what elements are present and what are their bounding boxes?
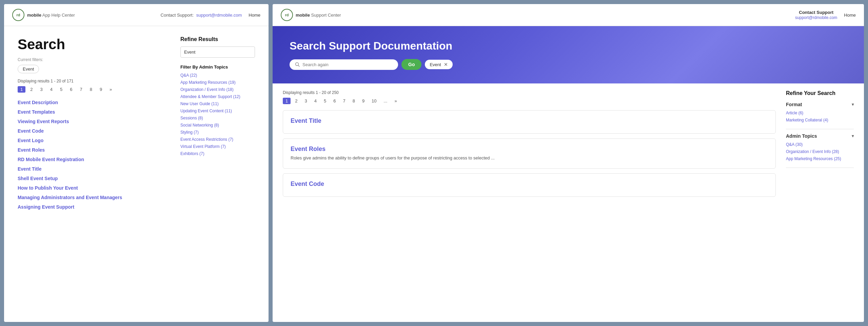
right-cards: Event TitleEvent RolesRoles give admins … bbox=[283, 110, 776, 197]
filter-link[interactable]: Q&A (22) bbox=[180, 73, 255, 78]
refine-input[interactable] bbox=[180, 46, 255, 58]
go-button[interactable]: Go bbox=[401, 59, 421, 70]
right-page-5[interactable]: 5 bbox=[321, 98, 329, 104]
right-pagination: 1 2 3 4 5 6 7 8 9 10 ... » bbox=[283, 98, 776, 104]
tag-close-icon[interactable]: ✕ bbox=[444, 62, 448, 67]
result-card: Event Title bbox=[283, 110, 776, 134]
filter-tag[interactable]: Event bbox=[18, 65, 39, 73]
result-card: Event RolesRoles give admins the ability… bbox=[283, 138, 776, 169]
result-list: Event DescriptionEvent TemplatesViewing … bbox=[18, 99, 167, 210]
svg-line-1 bbox=[298, 65, 300, 67]
filter-link[interactable]: Sessions (8) bbox=[180, 116, 255, 120]
list-item: How to Publish Your Event bbox=[18, 185, 167, 191]
right-contact-email[interactable]: support@rdmobile.com bbox=[795, 15, 837, 20]
page-next[interactable]: » bbox=[107, 86, 115, 93]
refine-filter-link[interactable]: Q&A (30) bbox=[786, 142, 854, 147]
right-logo-text: mobile Support Center bbox=[296, 13, 341, 18]
result-card-title[interactable]: Event Code bbox=[291, 180, 768, 188]
page-2[interactable]: 2 bbox=[27, 86, 35, 93]
page-7[interactable]: 7 bbox=[77, 86, 85, 93]
filter-link[interactable]: Attendee & Member Support (12) bbox=[180, 94, 255, 99]
right-header-nav: Contact Support support@rdmobile.com Hom… bbox=[795, 10, 856, 20]
hero-banner: Search Support Documentation Go Event ✕ bbox=[273, 26, 864, 83]
result-link[interactable]: Event Templates bbox=[18, 109, 55, 115]
list-item: Shell Event Setup bbox=[18, 175, 167, 181]
result-link[interactable]: How to Publish Your Event bbox=[18, 185, 78, 191]
page-4[interactable]: 4 bbox=[47, 86, 55, 93]
filter-link[interactable]: Organization / Event Info (18) bbox=[180, 87, 255, 92]
left-logo-text: mobile App Help Center bbox=[27, 13, 75, 18]
page-5[interactable]: 5 bbox=[57, 86, 65, 93]
list-item: Event Logo bbox=[18, 137, 167, 143]
home-link[interactable]: Home bbox=[249, 13, 260, 18]
filter-link[interactable]: Event Access Restrictions (7) bbox=[180, 137, 255, 142]
right-page-3[interactable]: 3 bbox=[302, 98, 310, 104]
page-8[interactable]: 8 bbox=[87, 86, 95, 93]
refine-section-header[interactable]: Format▾ bbox=[786, 102, 854, 107]
logo-area: rd mobile App Help Center bbox=[12, 9, 75, 21]
page-6[interactable]: 6 bbox=[67, 86, 75, 93]
right-logo-circle: rd bbox=[281, 9, 293, 21]
hero-search-input[interactable] bbox=[302, 62, 393, 67]
result-card-title[interactable]: Event Roles bbox=[291, 146, 768, 153]
list-item: Event Roles bbox=[18, 147, 167, 153]
filter-link[interactable]: Virtual Event Platform (7) bbox=[180, 144, 255, 149]
filter-link[interactable]: App Marketing Resources (19) bbox=[180, 80, 255, 85]
left-sidebar: Refine Results Filter By Admin Topics Q&… bbox=[180, 36, 255, 213]
list-item: Event Code bbox=[18, 128, 167, 134]
right-page-4[interactable]: 4 bbox=[312, 98, 319, 104]
refine-filter-link[interactable]: App Marketing Resources (25) bbox=[786, 156, 854, 161]
search-icon bbox=[295, 62, 300, 67]
result-link[interactable]: Event Roles bbox=[18, 147, 45, 153]
result-link[interactable]: Viewing Event Reports bbox=[18, 119, 69, 124]
refine-section-header[interactable]: Admin Topics▾ bbox=[786, 133, 854, 139]
result-card-title[interactable]: Event Title bbox=[291, 117, 768, 124]
right-home-link[interactable]: Home bbox=[844, 13, 856, 18]
refine-filter-link[interactable]: Organization / Event Info (28) bbox=[786, 149, 854, 154]
result-link[interactable]: Managing Administrators and Event Manage… bbox=[18, 195, 122, 200]
filter-link[interactable]: New User Guide (11) bbox=[180, 101, 255, 106]
right-content: Displaying results 1 - 20 of 250 1 2 3 4… bbox=[273, 83, 864, 208]
result-link[interactable]: Assigning Event Support bbox=[18, 204, 74, 210]
search-bar: Go Event ✕ bbox=[290, 59, 847, 70]
right-page-1[interactable]: 1 bbox=[283, 98, 291, 104]
refine-title: Refine Results bbox=[180, 36, 255, 42]
list-item: Event Description bbox=[18, 99, 167, 106]
list-item: Event Templates bbox=[18, 109, 167, 115]
chevron-down-icon: ▾ bbox=[852, 102, 854, 107]
search-input-wrap bbox=[290, 59, 398, 70]
left-content: Search Current filters: Event Displaying… bbox=[4, 26, 269, 224]
result-link[interactable]: Event Logo bbox=[18, 138, 43, 143]
chevron-down-icon: ▾ bbox=[852, 134, 854, 138]
page-1[interactable]: 1 bbox=[18, 86, 25, 93]
filter-link[interactable]: Updating Event Content (11) bbox=[180, 109, 255, 113]
contact-email-link[interactable]: support@rdmobile.com bbox=[196, 13, 242, 18]
refine-filter-link[interactable]: Article (6) bbox=[786, 111, 854, 115]
right-page-9[interactable]: 9 bbox=[359, 98, 367, 104]
right-sidebar: Refine Your Search Format▾Article (6)Mar… bbox=[786, 90, 854, 202]
refine-filter-link[interactable]: Marketing Collateral (4) bbox=[786, 118, 854, 122]
hero-title: Search Support Documentation bbox=[290, 40, 847, 52]
right-page-10[interactable]: 10 bbox=[369, 98, 379, 104]
pagination: 1 2 3 4 5 6 7 8 9 » bbox=[18, 86, 167, 93]
result-card-desc: Roles give admins the ability to define … bbox=[291, 155, 768, 161]
right-page-next[interactable]: » bbox=[392, 98, 399, 104]
result-link[interactable]: RD Mobile Event Registration bbox=[18, 157, 84, 162]
list-item: Event Title bbox=[18, 166, 167, 172]
result-link[interactable]: Event Title bbox=[18, 166, 42, 172]
result-link[interactable]: Event Code bbox=[18, 128, 44, 134]
right-page-2[interactable]: 2 bbox=[292, 98, 300, 104]
page-title: Search bbox=[18, 36, 167, 53]
right-page-6[interactable]: 6 bbox=[331, 98, 338, 104]
page-3[interactable]: 3 bbox=[37, 86, 45, 93]
result-link[interactable]: Event Description bbox=[18, 100, 58, 105]
page-9[interactable]: 9 bbox=[97, 86, 105, 93]
result-card: Event Code bbox=[283, 173, 776, 197]
contact-support-label: Contact Support: support@rdmobile.com bbox=[161, 13, 242, 18]
result-link[interactable]: Shell Event Setup bbox=[18, 176, 58, 181]
filter-link[interactable]: Styling (7) bbox=[180, 130, 255, 135]
filter-link[interactable]: Social Networking (8) bbox=[180, 123, 255, 128]
right-page-8[interactable]: 8 bbox=[350, 98, 358, 104]
right-page-7[interactable]: 7 bbox=[340, 98, 348, 104]
filter-link[interactable]: Exhibitors (7) bbox=[180, 151, 255, 156]
